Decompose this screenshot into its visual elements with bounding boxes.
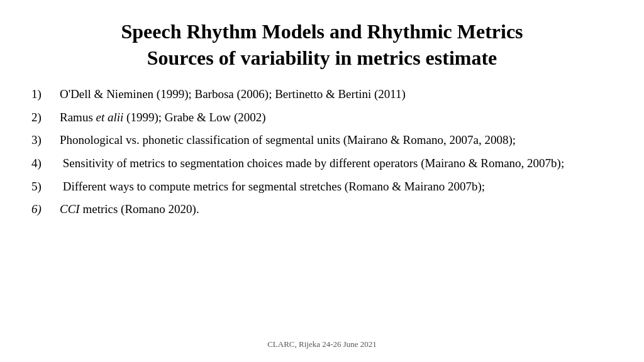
list-content-2: Ramus et alii (1999); Grabe & Low (2002) — [60, 109, 613, 126]
list-content-5: Different ways to compute metrics for se… — [60, 178, 613, 195]
list-item: 2) Ramus et alii (1999); Grabe & Low (20… — [31, 109, 613, 126]
list-number-1: 1) — [31, 86, 60, 103]
list-number-4: 4) — [31, 155, 60, 172]
slide-title: Speech Rhythm Models and Rhythmic Metric… — [31, 19, 613, 71]
slide: Speech Rhythm Models and Rhythmic Metric… — [0, 0, 644, 362]
list-content-6: CCI metrics (Romano 2020). — [60, 201, 613, 218]
italic-et-alii: et alii — [96, 111, 124, 124]
list-number-6: 6) — [31, 201, 60, 218]
title-section: Speech Rhythm Models and Rhythmic Metric… — [31, 19, 613, 71]
footer: CLARC, Rijeka 24-26 June 2021 — [31, 336, 613, 349]
italic-6: 6) — [31, 202, 42, 216]
list-number-5: 5) — [31, 178, 60, 195]
list-content-3: Phonological vs. phonetic classification… — [60, 132, 613, 149]
list-item: 5) Different ways to compute metrics for… — [31, 178, 613, 195]
title-line-1: Speech Rhythm Models and Rhythmic Metric… — [121, 20, 523, 43]
list-content-1: O'Dell & Nieminen (1999); Barbosa (2006)… — [60, 86, 613, 103]
footer-text: CLARC, Rijeka 24-26 June 2021 — [267, 339, 377, 349]
list-number-2: 2) — [31, 109, 60, 126]
list-content-4: Sensitivity of metrics to segmentation c… — [60, 155, 613, 172]
list-item: 4) Sensitivity of metrics to segmentatio… — [31, 155, 613, 172]
italic-cci: CCI — [60, 202, 80, 216]
list-item: 1) O'Dell & Nieminen (1999); Barbosa (20… — [31, 86, 613, 103]
list-number-3: 3) — [31, 132, 60, 149]
list-item: 6) CCI metrics (Romano 2020). — [31, 201, 613, 218]
content-list: 1) O'Dell & Nieminen (1999); Barbosa (20… — [31, 86, 613, 336]
title-line-2: Sources of variability in metrics estima… — [147, 47, 497, 69]
list-item: 3) Phonological vs. phonetic classificat… — [31, 132, 613, 149]
